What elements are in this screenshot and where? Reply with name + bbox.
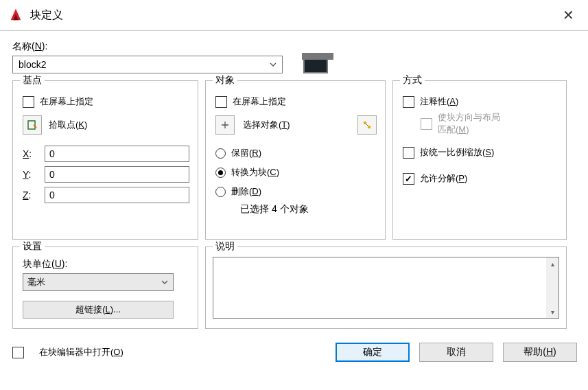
open-in-editor-checkbox[interactable] <box>12 347 24 358</box>
name-combo[interactable] <box>12 56 283 73</box>
window-title: 块定义 <box>30 8 554 23</box>
x-input[interactable] <box>45 146 189 162</box>
description-textarea[interactable]: ▴ ▾ <box>213 257 559 319</box>
select-objects-label: 选择对象(T) <box>243 119 290 131</box>
delete-label: 删除(D) <box>231 185 261 198</box>
description-scrollbar[interactable]: ▴ ▾ <box>546 257 558 318</box>
pick-point-button[interactable] <box>23 115 42 135</box>
app-icon <box>8 8 23 23</box>
pick-point-label: 拾取点(K) <box>49 119 87 131</box>
allow-explode-checkbox[interactable] <box>403 173 414 185</box>
mode-group: 方式 注释性(A) 使块方向与布局匹配(M) 按统一比例缩放(S) 允 <box>392 80 567 240</box>
name-input[interactable] <box>17 58 267 71</box>
cancel-button[interactable]: 取消 <box>419 343 493 362</box>
scroll-up-icon[interactable]: ▴ <box>546 257 558 270</box>
hyperlink-button[interactable]: 超链接(L)... <box>23 301 174 319</box>
settings-legend: 设置 <box>20 240 45 253</box>
select-objects-button[interactable] <box>215 115 235 135</box>
quick-select-button[interactable] <box>357 115 377 135</box>
delete-radio[interactable] <box>215 187 226 197</box>
open-in-editor-label: 在块编辑器中打开(O) <box>39 346 124 358</box>
close-icon[interactable]: ✕ <box>554 4 583 26</box>
annotative-label: 注释性(A) <box>420 95 458 108</box>
unit-label: 块单位(U): <box>23 258 188 271</box>
match-orient-label: 使块方向与布局匹配(M) <box>438 111 500 136</box>
y-input[interactable] <box>45 166 189 183</box>
mode-legend: 方式 <box>400 74 425 87</box>
help-button[interactable]: 帮助(H) <box>503 343 577 362</box>
z-label: Z: <box>23 190 38 200</box>
uniform-scale-checkbox[interactable] <box>403 147 414 159</box>
chevron-down-icon <box>161 278 169 286</box>
svg-rect-3 <box>364 122 366 124</box>
name-label: 名称(N): <box>12 41 283 53</box>
match-orient-checkbox <box>421 118 432 130</box>
chevron-down-icon[interactable] <box>267 60 279 69</box>
allow-explode-label: 允许分解(P) <box>420 172 467 185</box>
basepoint-specify-label: 在屏幕上指定 <box>40 95 93 108</box>
unit-select[interactable]: 毫米 <box>23 273 174 291</box>
svg-rect-4 <box>368 126 371 128</box>
x-label: X: <box>23 148 38 159</box>
block-preview <box>303 56 328 73</box>
annotative-checkbox[interactable] <box>403 96 414 108</box>
retain-label: 保留(R) <box>231 147 261 159</box>
description-group: 说明 ▴ ▾ <box>205 246 567 329</box>
objects-group: 对象 在屏幕上指定 选择对象(T) 保留(R <box>205 80 386 240</box>
convert-radio[interactable] <box>215 168 226 178</box>
objects-specify-checkbox[interactable] <box>215 96 227 108</box>
objects-specify-label: 在屏幕上指定 <box>233 95 286 108</box>
selected-count: 已选择 4 个对象 <box>215 203 377 216</box>
scroll-down-icon[interactable]: ▾ <box>546 306 558 318</box>
convert-label: 转换为块(C) <box>231 166 279 179</box>
basepoint-group: 基点 在屏幕上指定 拾取点(K) X: Y: <box>12 80 198 240</box>
ok-button[interactable]: 确定 <box>336 343 410 362</box>
z-input[interactable] <box>45 187 189 203</box>
basepoint-specify-checkbox[interactable] <box>23 96 34 108</box>
retain-radio[interactable] <box>215 148 226 159</box>
titlebar: 块定义 ✕ <box>0 0 588 31</box>
uniform-scale-label: 按统一比例缩放(S) <box>420 146 494 159</box>
hyperlink-label: 超链接(L)... <box>75 303 121 316</box>
description-legend: 说明 <box>213 240 237 253</box>
unit-value: 毫米 <box>27 276 45 288</box>
basepoint-legend: 基点 <box>20 74 45 87</box>
y-label: Y: <box>23 169 38 180</box>
objects-legend: 对象 <box>213 74 237 87</box>
settings-group: 设置 块单位(U): 毫米 超链接(L)... <box>12 246 198 329</box>
